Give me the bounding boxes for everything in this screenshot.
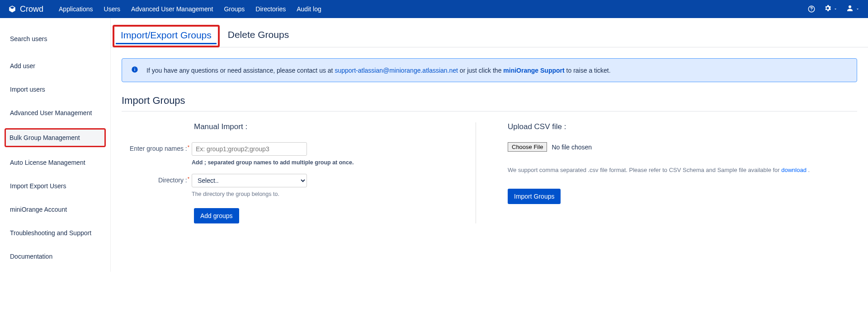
- csv-note-text: We support comma separated .csv file for…: [508, 167, 781, 173]
- info-text: If you have any questions or need assist…: [146, 67, 611, 74]
- directory-label: Directory :*: [126, 174, 192, 184]
- chevron-down-icon: [855, 5, 860, 13]
- file-status: No file chosen: [552, 144, 592, 151]
- group-names-hint: Add ; separated group names to add multi…: [192, 159, 354, 166]
- brand-name: Crowd: [20, 5, 43, 14]
- info-icon: [131, 66, 138, 74]
- add-groups-button[interactable]: Add groups: [194, 208, 239, 223]
- manual-import-title: Manual Import :: [194, 122, 448, 131]
- section-heading-import-groups: Import Groups: [122, 95, 857, 112]
- csv-note-dot: .: [807, 167, 810, 173]
- sidebar-item-miniorange-account[interactable]: miniOrange Account: [0, 201, 110, 218]
- sidebar-item-advanced-user-management[interactable]: Advanced User Management: [0, 105, 110, 121]
- svg-rect-5: [134, 68, 135, 68]
- directory-select[interactable]: Select..: [192, 174, 307, 187]
- nav-advanced-user-management[interactable]: Advanced User Management: [131, 5, 213, 13]
- download-link[interactable]: download: [781, 167, 807, 173]
- gear-icon: [824, 4, 832, 14]
- sidebar-item-search-users[interactable]: Search users: [0, 31, 110, 47]
- nav-directories[interactable]: Directories: [255, 5, 286, 13]
- crowd-logo-icon: [8, 5, 16, 13]
- tab-import-export-groups[interactable]: Import/Export Groups: [113, 25, 220, 47]
- upload-csv-title: Upload CSV file :: [508, 122, 830, 131]
- support-email-link[interactable]: support-atlassian@miniorange.atlassian.n…: [335, 67, 458, 74]
- tab-label: Import/Export Groups: [121, 30, 212, 40]
- sidebar-item-import-export-users[interactable]: Import Export Users: [0, 178, 110, 194]
- sidebar: Search users Add user Import users Advan…: [0, 18, 111, 272]
- group-names-label: Enter group names :*: [126, 142, 192, 152]
- csv-note: We support comma separated .csv file for…: [508, 164, 830, 176]
- main-content: Import/Export Groups Delete Groups If yo…: [111, 18, 868, 272]
- info-mid: or just click the: [458, 67, 503, 74]
- nav-users[interactable]: Users: [104, 5, 121, 13]
- info-suffix: to raise a ticket.: [565, 67, 611, 74]
- choose-file-button[interactable]: Choose File: [508, 142, 547, 152]
- manual-import-panel: Manual Import : Enter group names :* Add…: [122, 122, 476, 223]
- help-icon[interactable]: [807, 5, 816, 13]
- chevron-down-icon: [833, 5, 838, 13]
- sidebar-item-import-users[interactable]: Import users: [0, 81, 110, 98]
- directory-hint: The directory the group belongs to.: [192, 191, 307, 197]
- sidebar-item-add-user[interactable]: Add user: [0, 58, 110, 74]
- nav-groups[interactable]: Groups: [224, 5, 245, 13]
- sidebar-item-auto-license-management[interactable]: Auto License Management: [0, 154, 110, 171]
- user-menu[interactable]: [846, 4, 860, 14]
- group-names-input[interactable]: [192, 142, 307, 156]
- tab-delete-groups[interactable]: Delete Groups: [220, 24, 297, 47]
- svg-point-2: [849, 5, 851, 8]
- sidebar-item-bulk-group-management[interactable]: Bulk Group Management: [5, 128, 106, 147]
- nav-applications[interactable]: Applications: [59, 5, 93, 13]
- info-prefix: If you have any questions or need assist…: [146, 67, 335, 74]
- sidebar-item-troubleshooting-support[interactable]: Troubleshooting and Support: [0, 225, 110, 241]
- svg-point-1: [811, 10, 811, 11]
- upload-csv-panel: Upload CSV file : Choose File No file ch…: [476, 122, 857, 223]
- support-link[interactable]: miniOrange Support: [503, 67, 564, 74]
- user-icon: [846, 4, 854, 14]
- nav-audit-log[interactable]: Audit log: [297, 5, 321, 13]
- info-banner: If you have any questions or need assist…: [122, 58, 857, 82]
- settings-menu[interactable]: [824, 4, 838, 14]
- top-navigation-bar: Crowd Applications Users Advanced User M…: [0, 0, 868, 18]
- import-groups-button[interactable]: Import Groups: [508, 189, 561, 204]
- top-nav-links: Applications Users Advanced User Managem…: [59, 5, 321, 13]
- svg-rect-4: [134, 69, 135, 71]
- tab-bar: Import/Export Groups Delete Groups: [111, 24, 868, 47]
- brand-logo[interactable]: Crowd: [8, 5, 43, 14]
- sidebar-item-documentation[interactable]: Documentation: [0, 248, 110, 265]
